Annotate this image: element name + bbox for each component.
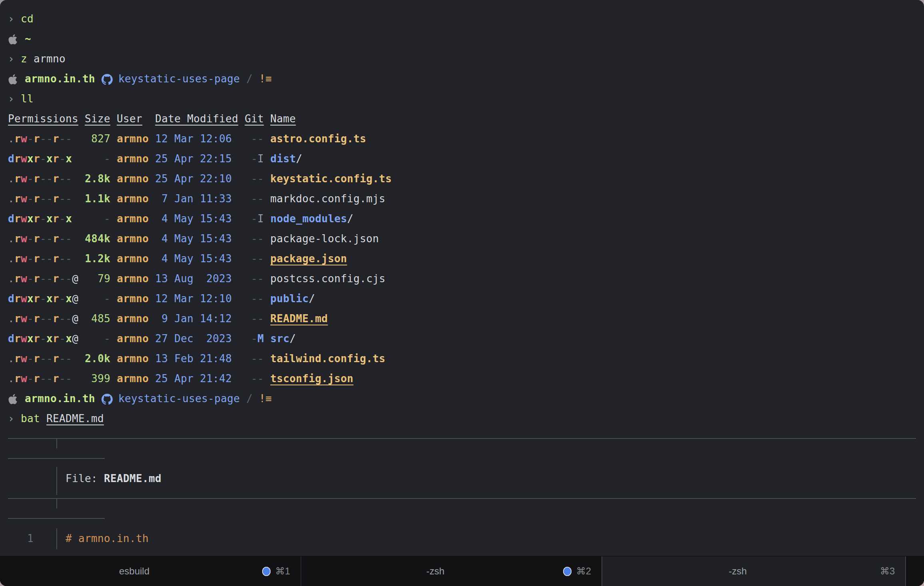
terminal-text (264, 313, 270, 325)
terminal-text: r (34, 133, 40, 145)
terminal-text: r (53, 333, 59, 345)
terminal-text: - (27, 133, 34, 145)
terminal-text: w (21, 233, 27, 245)
terminal-text: tailwind.config.ts (270, 353, 385, 365)
terminal-text: › (8, 93, 21, 105)
terminal-text: d (8, 213, 14, 225)
terminal-text: r (34, 233, 40, 245)
terminal-text: 79 (98, 273, 110, 285)
terminal-text: r (14, 233, 21, 245)
terminal-text: keystatic.config.ts (270, 173, 392, 185)
terminal-text: README.md (104, 472, 161, 484)
terminal-text: / (347, 213, 353, 225)
terminal-text: . (8, 273, 14, 285)
terminal-text: I (257, 153, 264, 165)
terminal-text: r (53, 293, 59, 305)
terminal-text: @ (72, 313, 78, 325)
terminal-text: @ (72, 273, 78, 285)
terminal-text (149, 173, 155, 185)
terminal-text: 1.1k (85, 193, 110, 205)
terminal-text (110, 333, 117, 345)
listing-row-astro-config-ts: .rw-r--r-- 827 armno 12 Mar 12:06 -- ast… (0, 129, 924, 149)
terminal-text (232, 313, 251, 325)
terminal-text (264, 233, 270, 245)
tab-esbuild[interactable]: esbuild ⌘1 (0, 556, 301, 586)
terminal-text (264, 113, 270, 125)
tab-zsh-2[interactable]: -zsh ⌘2 (301, 556, 601, 586)
terminal-text: › (8, 413, 21, 425)
terminal-text: -- (40, 313, 53, 325)
terminal-text: 7 Jan 11:33 (155, 193, 232, 205)
tab-bar: esbuild ⌘1 -zsh ⌘2 -zsh ⌘3 (0, 556, 924, 586)
activity-indicator-dot (262, 567, 271, 576)
terminal-text (72, 153, 104, 165)
github-icon (102, 389, 112, 409)
terminal-text: armno (27, 53, 66, 65)
terminal-text: armno (117, 253, 149, 265)
terminal-text: - (251, 153, 257, 165)
apple-icon (8, 69, 18, 89)
terminal-text (72, 233, 85, 245)
terminal-text: r (14, 133, 21, 145)
terminal-text (232, 273, 251, 285)
apple-icon (8, 389, 18, 409)
terminal-text: x (46, 153, 53, 165)
terminal-text: dist (270, 153, 296, 165)
terminal-text: 9 Jan 14:12 (155, 313, 232, 325)
terminal-text (72, 213, 104, 225)
terminal-text (264, 293, 270, 305)
terminal-text (110, 373, 117, 385)
terminal-text: r (14, 153, 21, 165)
terminal-text (238, 113, 245, 125)
terminal-text (110, 153, 117, 165)
terminal-text: - (59, 333, 66, 345)
terminal-text: armno.in.th (25, 393, 95, 405)
terminal-text: r (53, 273, 59, 285)
terminal-text (264, 273, 270, 285)
terminal-text: r (34, 333, 40, 345)
terminal-text (72, 353, 85, 365)
terminal-text: - (27, 313, 34, 325)
tab-bar-edge (906, 556, 924, 586)
terminal-text: / (296, 153, 302, 165)
bat-content-line-1: 1 # armno.in.th (0, 528, 924, 548)
terminal-text: . (8, 233, 14, 245)
terminal-text: 1.2k (85, 253, 110, 265)
terminal-text: - (40, 293, 46, 305)
terminal-text: README.md (46, 413, 104, 425)
terminal-text: r (14, 293, 21, 305)
terminal-text (149, 333, 155, 345)
terminal-text: r (53, 353, 59, 365)
tab-zsh-3-active[interactable]: -zsh ⌘3 (602, 556, 905, 586)
terminal-text (18, 393, 25, 405)
bat-grid-top (0, 429, 924, 448)
terminal-text: -- (59, 373, 72, 385)
terminal-text: - (59, 213, 66, 225)
terminal-text: - (251, 333, 257, 345)
terminal-text: 12 Mar 12:06 (155, 133, 232, 145)
terminal-text: z (21, 53, 27, 65)
terminal-output[interactable]: › cd ~› z armno armno.in.th keystatic-us… (0, 0, 924, 556)
terminal-text: r (34, 293, 40, 305)
terminal-text: . (8, 193, 14, 205)
terminal-text: x (46, 213, 53, 225)
terminal-text: x (66, 153, 72, 165)
terminal-text (149, 373, 155, 385)
terminal-text (110, 353, 117, 365)
terminal-text (149, 313, 155, 325)
terminal-text: -- (59, 173, 72, 185)
terminal-text: - (27, 273, 34, 285)
terminal-text: - (27, 233, 34, 245)
terminal-text: Git (245, 113, 264, 125)
terminal-text (110, 173, 117, 185)
terminal-text (149, 233, 155, 245)
terminal-text: . (8, 353, 14, 365)
terminal-text (264, 153, 270, 165)
terminal-text: -- (59, 353, 72, 365)
terminal-text: ~ (18, 33, 31, 45)
tab-shortcut: ⌘1 (275, 566, 290, 577)
terminal-text: -- (251, 133, 264, 145)
bat-grid-vbar-f (56, 528, 57, 549)
terminal-text: r (14, 313, 21, 325)
terminal-text: r (53, 173, 59, 185)
